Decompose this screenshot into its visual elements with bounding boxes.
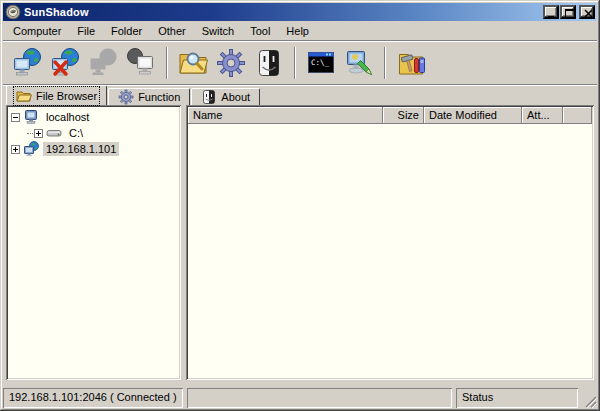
maximize-button[interactable] xyxy=(560,5,576,19)
connect-icon xyxy=(11,47,43,79)
menu-item-other[interactable]: Other xyxy=(150,22,194,40)
status-message-panel xyxy=(187,388,452,408)
minimize-icon xyxy=(545,7,561,21)
connect-disabled-button xyxy=(87,47,119,79)
svg-text:C:\_: C:\_ xyxy=(311,58,330,67)
status-bar: 192.168.1.101:2046 ( Connected ) Status xyxy=(3,386,597,408)
gear-icon xyxy=(215,47,247,79)
column-header-date-modified[interactable]: Date Modified xyxy=(424,107,522,124)
minus-expander-icon[interactable] xyxy=(11,113,20,122)
minimize-button[interactable] xyxy=(543,5,559,19)
status-label: Status xyxy=(462,391,493,403)
toolbar: C:\_ xyxy=(3,41,597,85)
connect-button[interactable] xyxy=(11,47,43,79)
file-list-panel: NameSizeDate ModifiedAtt... xyxy=(186,105,594,380)
app-icon xyxy=(5,4,21,20)
connection-status-panel: 192.168.1.101:2046 ( Connected ) xyxy=(3,388,183,408)
menu-item-switch[interactable]: Switch xyxy=(194,22,242,40)
computer-gray-button xyxy=(125,47,157,79)
remote-computer-icon xyxy=(23,141,39,157)
file-list-body[interactable] xyxy=(188,124,592,378)
folder-open-icon xyxy=(16,88,32,104)
menu-item-file[interactable]: File xyxy=(69,22,103,40)
app-window: SunShadow ComputerFileFolderOtherSwitchT… xyxy=(0,0,600,411)
terminal-icon: C:\_ xyxy=(305,47,337,79)
folder-search-icon xyxy=(177,47,209,79)
menu-bar: ComputerFileFolderOtherSwitchToolHelp xyxy=(3,21,597,41)
disconnect-button[interactable] xyxy=(49,47,81,79)
tab-file-browser[interactable]: File Browser xyxy=(6,85,107,105)
terminal-button[interactable]: C:\_ xyxy=(305,47,337,79)
status-label-panel: Status xyxy=(456,388,578,408)
column-header-size[interactable]: Size xyxy=(383,107,424,124)
close-button[interactable] xyxy=(579,5,595,19)
disconnect-icon xyxy=(49,47,81,79)
menu-item-folder[interactable]: Folder xyxy=(103,22,150,40)
tree-item-label[interactable]: C:\ xyxy=(66,126,86,140)
gear-button[interactable] xyxy=(215,47,247,79)
toolbar-separator xyxy=(384,47,386,79)
drive-icon xyxy=(46,125,62,141)
maximize-icon xyxy=(562,7,578,21)
titlebar[interactable]: SunShadow xyxy=(3,3,597,21)
window-title: SunShadow xyxy=(24,6,89,18)
plus-expander-icon[interactable] xyxy=(34,129,43,138)
column-header-att[interactable]: Att... xyxy=(522,107,563,124)
plus-expander-icon[interactable] xyxy=(11,145,20,154)
content-area: localhostC:\192.168.1.101 NameSizeDate M… xyxy=(3,105,597,386)
folder-search-button[interactable] xyxy=(177,47,209,79)
toolbox-button[interactable] xyxy=(395,47,427,79)
resize-grip[interactable] xyxy=(582,393,597,408)
close-icon xyxy=(581,7,597,21)
menu-item-tool[interactable]: Tool xyxy=(242,22,278,40)
tab-strip: File BrowserFunctionAbout xyxy=(3,85,597,105)
toolbox-icon xyxy=(395,47,427,79)
tab-label: About xyxy=(221,91,250,103)
connection-status: 192.168.1.101:2046 ( Connected ) xyxy=(9,391,177,403)
finder-button[interactable] xyxy=(253,47,285,79)
tree-item-label[interactable]: localhost xyxy=(43,110,92,124)
tab-label: File Browser xyxy=(36,90,97,102)
host-tree-panel[interactable]: localhostC:\192.168.1.101 xyxy=(6,105,181,380)
toolbar-separator xyxy=(294,47,296,79)
menu-item-computer[interactable]: Computer xyxy=(5,22,69,40)
tab-about[interactable]: About xyxy=(191,88,260,105)
gear-small-icon xyxy=(118,89,134,105)
menu-item-help[interactable]: Help xyxy=(278,22,317,40)
computer-icon xyxy=(23,109,39,125)
column-header-name[interactable]: Name xyxy=(188,107,383,124)
finder-small-icon xyxy=(201,89,217,105)
remote-edit-button[interactable] xyxy=(343,47,375,79)
window-controls xyxy=(542,5,595,19)
finder-icon xyxy=(253,47,285,79)
tab-function[interactable]: Function xyxy=(108,88,190,105)
remote-edit-icon xyxy=(343,47,375,79)
list-header: NameSizeDate ModifiedAtt... xyxy=(188,107,592,124)
tree-item-localhost[interactable]: localhost xyxy=(9,109,178,125)
tree-item-192-168-1-101[interactable]: 192.168.1.101 xyxy=(9,141,178,157)
tab-label: Function xyxy=(138,91,180,103)
tree-item-label[interactable]: 192.168.1.101 xyxy=(43,142,119,156)
toolbar-separator xyxy=(166,47,168,79)
computer-gray-icon xyxy=(125,47,157,79)
column-header-filler xyxy=(563,107,592,124)
connect-disabled-icon xyxy=(87,47,119,79)
tree-item-c[interactable]: C:\ xyxy=(9,125,178,141)
